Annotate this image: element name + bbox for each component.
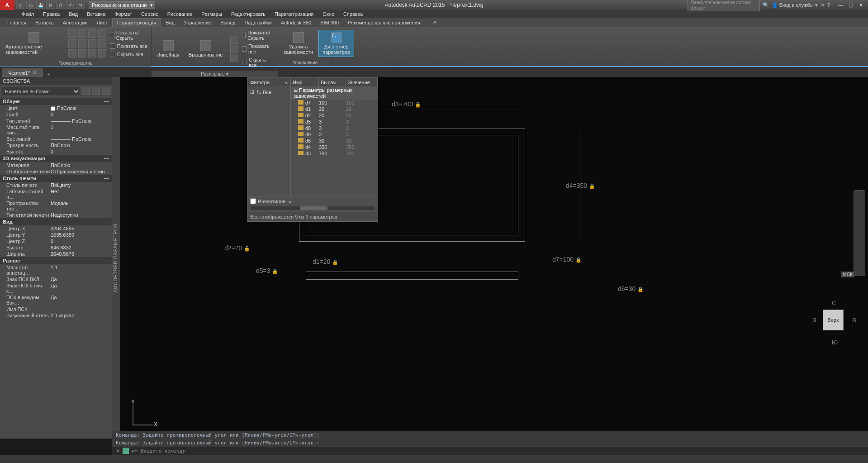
workspace-dropdown[interactable]: Рисование и аннотации bbox=[89, 1, 155, 9]
props-row[interactable]: ЦветПоСлою bbox=[0, 105, 112, 111]
menu-draw[interactable]: Рисование bbox=[164, 10, 196, 18]
menu-format[interactable]: Формат bbox=[111, 10, 136, 18]
param-row[interactable]: d933 bbox=[291, 131, 378, 138]
props-row[interactable]: Центр Y1635.6359 bbox=[0, 232, 112, 238]
pickadd-icon[interactable] bbox=[92, 87, 100, 95]
menu-tools[interactable]: Сервис bbox=[138, 10, 162, 18]
rect-bottom[interactable] bbox=[306, 272, 518, 280]
constraint-icon[interactable] bbox=[88, 29, 96, 38]
props-row[interactable]: Масштаб типа лин…1 bbox=[0, 124, 112, 136]
menu-dims[interactable]: Размеры bbox=[198, 10, 226, 18]
tab-insert[interactable]: Вставка bbox=[31, 19, 58, 27]
tab-parametric[interactable]: Параметризация bbox=[112, 18, 161, 27]
geom-show-all[interactable]: Показать все bbox=[108, 43, 149, 50]
param-group-header[interactable]: ⊟ Параметры размерных зависимостей bbox=[291, 86, 378, 100]
props-row[interactable]: Высота846.8332 bbox=[0, 244, 112, 251]
props-row[interactable]: Визуальный стиль2D-каркас bbox=[0, 312, 112, 319]
constraint-icon[interactable] bbox=[78, 39, 86, 48]
menu-edit[interactable]: Правка bbox=[39, 10, 63, 18]
delete-constraints-button[interactable]: Удалить зависимости bbox=[280, 30, 317, 57]
props-row[interactable]: ПСК в каждом Вэк…Да bbox=[0, 294, 112, 306]
tab-a360[interactable]: Autodesk 360 bbox=[276, 19, 316, 27]
tab-output[interactable]: Вывод bbox=[216, 19, 240, 27]
ribbon-minimize-icon[interactable]: ⬚▾ bbox=[429, 19, 436, 25]
constraint-icon[interactable] bbox=[88, 39, 96, 48]
dim-aligned-button[interactable]: Выравнивание bbox=[185, 38, 227, 59]
param-manager-strip[interactable]: ДИСПЕТЧЕР ПАРАМЕТРОВ bbox=[112, 77, 120, 439]
viewcube-north[interactable]: С bbox=[832, 300, 836, 306]
collapse-icon[interactable]: « bbox=[285, 80, 288, 85]
constraint-icon[interactable] bbox=[68, 29, 76, 38]
viewcube-east[interactable]: В bbox=[852, 317, 856, 324]
geom-hide-all[interactable]: Скрыть все bbox=[108, 51, 149, 58]
props-section-header[interactable]: Разное— bbox=[0, 257, 112, 264]
signin-button[interactable]: 👤 Вход в службы ▾ bbox=[772, 2, 818, 8]
tab-home[interactable]: Главная bbox=[3, 19, 31, 27]
constraint-icon[interactable] bbox=[68, 39, 76, 48]
tab-bim360[interactable]: BIM 360 bbox=[316, 19, 343, 27]
dim-linear-button[interactable]: Линейная bbox=[153, 38, 183, 59]
parameters-manager-button[interactable]: ƒₓДиспетчер параметров bbox=[318, 30, 354, 57]
menu-parametric[interactable]: Параметризация bbox=[271, 10, 317, 18]
tab-view[interactable]: Вид bbox=[161, 19, 179, 27]
tab-manage[interactable]: Управление bbox=[179, 19, 216, 27]
close-button[interactable]: ✕ bbox=[856, 1, 865, 9]
dim-d3[interactable]: d3=700 🔒 bbox=[392, 100, 421, 108]
props-row[interactable]: Стиль печатиПоЦвету bbox=[0, 182, 112, 188]
constraint-icon[interactable] bbox=[68, 49, 76, 57]
dim-d2[interactable]: d2=20 🔒 bbox=[224, 244, 250, 252]
new-tab-button[interactable]: + bbox=[44, 72, 54, 77]
dim-show-all[interactable]: Показать все bbox=[240, 43, 276, 55]
menu-insert[interactable]: Вставка bbox=[83, 10, 109, 18]
qat-open-icon[interactable]: ▭ bbox=[26, 1, 35, 9]
menu-modify[interactable]: Редактировать bbox=[228, 10, 269, 18]
drawing-canvas[interactable]: d3=700 🔒 d9=3 🔒 d8=3 🔒 d4=350 🔒 d2=20 🔒 … bbox=[120, 77, 868, 439]
props-row[interactable]: Тип линий———— ПоСлою bbox=[0, 118, 112, 124]
parameters-manager-panel[interactable]: ✦ ƒₓ ✕ 🔍 Фильтры« ⊞ƒₓВсе Имя Выраж… bbox=[247, 77, 378, 222]
props-row[interactable]: Вес линий———— ПоСлою bbox=[0, 136, 112, 142]
app-logo[interactable]: A bbox=[0, 0, 14, 10]
tab-annotate[interactable]: Аннотации bbox=[58, 19, 92, 27]
statusbar[interactable] bbox=[0, 455, 868, 463]
selection-dropdown[interactable]: Ничего не выбрано bbox=[2, 87, 80, 96]
constraint-icon[interactable] bbox=[78, 29, 86, 38]
infocenter-icon[interactable]: 🔍 bbox=[763, 2, 769, 8]
props-row[interactable]: Масштаб аннотац…1:1 bbox=[0, 264, 112, 276]
dim-show-hide[interactable]: Показать/Скрыть bbox=[240, 29, 276, 42]
props-row[interactable]: ПрозрачностьПоСлою bbox=[0, 142, 112, 148]
props-row[interactable]: Имя ПСК bbox=[0, 306, 112, 312]
viewcube-west[interactable]: З bbox=[813, 317, 816, 324]
select-objects-icon[interactable] bbox=[102, 87, 110, 95]
qat-redo-icon[interactable]: ↷ bbox=[76, 1, 85, 9]
param-row[interactable]: d533 bbox=[291, 119, 378, 125]
doc-tab-active[interactable]: Чертеж1*✕ bbox=[2, 68, 43, 77]
qat-save-icon[interactable]: 💾 bbox=[36, 1, 45, 9]
constraint-icon[interactable] bbox=[98, 39, 106, 48]
dim-icon[interactable] bbox=[230, 36, 238, 44]
props-row[interactable]: Центр Z0 bbox=[0, 238, 112, 244]
props-row[interactable]: Пространство таб…Модель bbox=[0, 200, 112, 212]
props-row[interactable]: Слой0 bbox=[0, 111, 112, 118]
minimize-button[interactable]: — bbox=[836, 1, 845, 9]
dim-hide-all[interactable]: Скрыть все bbox=[240, 56, 276, 69]
help-icon[interactable]: ? bbox=[827, 2, 830, 8]
dim-d7[interactable]: d7=100 🔒 bbox=[552, 256, 582, 263]
maximize-button[interactable]: ▢ bbox=[846, 1, 855, 9]
constraint-icon[interactable] bbox=[78, 49, 86, 57]
props-row[interactable]: Высота0 bbox=[0, 148, 112, 155]
param-row[interactable]: d833 bbox=[291, 125, 378, 131]
quick-select-icon[interactable] bbox=[82, 87, 90, 95]
cmd-close-icon[interactable]: ✕ bbox=[116, 448, 120, 454]
menu-window[interactable]: Окно bbox=[319, 10, 338, 18]
constraint-icon[interactable] bbox=[98, 49, 106, 57]
dim-d4[interactable]: d4=350 🔒 bbox=[566, 182, 595, 189]
props-section-header[interactable]: Общие— bbox=[0, 98, 112, 105]
props-section-header[interactable]: Вид— bbox=[0, 218, 112, 225]
tab-layout[interactable]: Лист bbox=[92, 19, 112, 27]
dim-d5[interactable]: d5=3 🔒 bbox=[256, 267, 278, 274]
menu-help[interactable]: Справка bbox=[340, 10, 366, 18]
menu-view[interactable]: Вид bbox=[65, 10, 81, 18]
auto-constrain-button[interactable]: Автоналожение зависимостей bbox=[2, 30, 66, 57]
tab-addins[interactable]: Надстройки bbox=[240, 19, 276, 27]
props-row[interactable]: Знак ПСК в нач. к…Да bbox=[0, 282, 112, 294]
